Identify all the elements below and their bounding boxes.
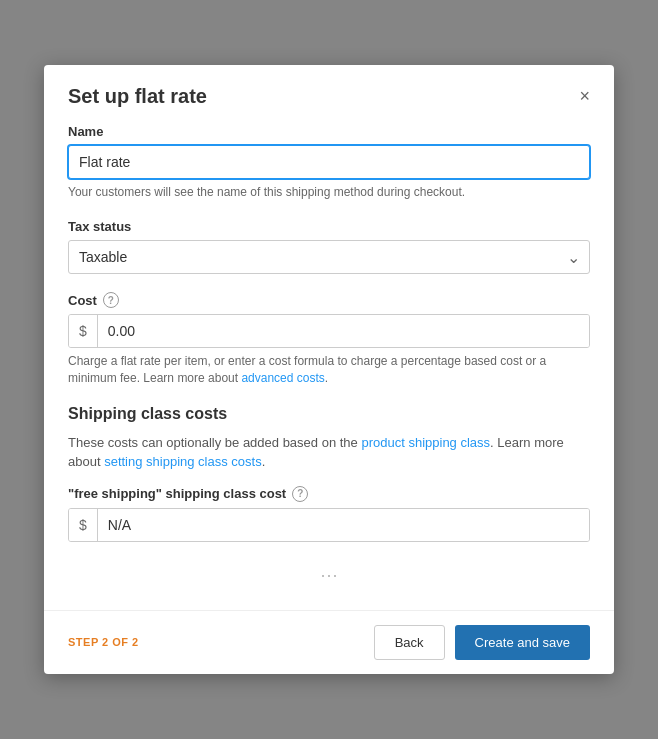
create-and-save-button[interactable]: Create and save bbox=[455, 625, 590, 660]
tax-status-label: Tax status bbox=[68, 219, 590, 234]
shipping-class-title: Shipping class costs bbox=[68, 405, 590, 423]
shipping-class-section: Shipping class costs These costs can opt… bbox=[68, 405, 590, 542]
shipping-class-description: These costs can optionally be added base… bbox=[68, 433, 590, 472]
product-shipping-class-link[interactable]: product shipping class bbox=[361, 435, 490, 450]
footer-buttons: Back Create and save bbox=[374, 625, 590, 660]
free-shipping-help-icon[interactable]: ? bbox=[292, 486, 308, 502]
name-hint: Your customers will see the name of this… bbox=[68, 184, 590, 201]
free-shipping-label: "free shipping" shipping class cost bbox=[68, 486, 286, 501]
cost-currency-prefix: $ bbox=[69, 315, 98, 347]
tax-status-field-group: Tax status Taxable None ⌄ bbox=[68, 219, 590, 274]
name-label: Name bbox=[68, 124, 590, 139]
tax-status-select[interactable]: Taxable None bbox=[68, 240, 590, 274]
cost-label-row: Cost ? bbox=[68, 292, 590, 308]
name-input[interactable] bbox=[68, 145, 590, 179]
advanced-costs-link[interactable]: advanced costs bbox=[241, 371, 324, 385]
modal-title: Set up flat rate bbox=[68, 85, 207, 108]
cost-input-wrapper: $ bbox=[68, 314, 590, 348]
cost-hint: Charge a flat rate per item, or enter a … bbox=[68, 353, 590, 387]
free-shipping-label-row: "free shipping" shipping class cost ? bbox=[68, 486, 590, 502]
cost-field-group: Cost ? $ Charge a flat rate per item, or… bbox=[68, 292, 590, 387]
back-button[interactable]: Back bbox=[374, 625, 445, 660]
tax-status-select-wrapper: Taxable None ⌄ bbox=[68, 240, 590, 274]
free-shipping-field-group: "free shipping" shipping class cost ? $ bbox=[68, 486, 590, 542]
setting-shipping-class-costs-link[interactable]: setting shipping class costs bbox=[104, 454, 262, 469]
close-button[interactable]: × bbox=[579, 87, 590, 105]
modal-footer: STEP 2 OF 2 Back Create and save bbox=[44, 610, 614, 674]
cost-help-icon[interactable]: ? bbox=[103, 292, 119, 308]
scroll-indicator: ⋯ bbox=[68, 560, 590, 594]
name-field-group: Name Your customers will see the name of… bbox=[68, 124, 590, 201]
free-shipping-currency-prefix: $ bbox=[69, 509, 98, 541]
modal-dialog: Set up flat rate × Name Your customers w… bbox=[44, 65, 614, 673]
modal-body: Name Your customers will see the name of… bbox=[44, 108, 614, 609]
free-shipping-input[interactable] bbox=[98, 509, 589, 541]
modal-header: Set up flat rate × bbox=[44, 65, 614, 108]
cost-label: Cost bbox=[68, 293, 97, 308]
free-shipping-input-wrapper: $ bbox=[68, 508, 590, 542]
step-label: STEP 2 OF 2 bbox=[68, 636, 139, 648]
cost-input[interactable] bbox=[98, 315, 589, 347]
